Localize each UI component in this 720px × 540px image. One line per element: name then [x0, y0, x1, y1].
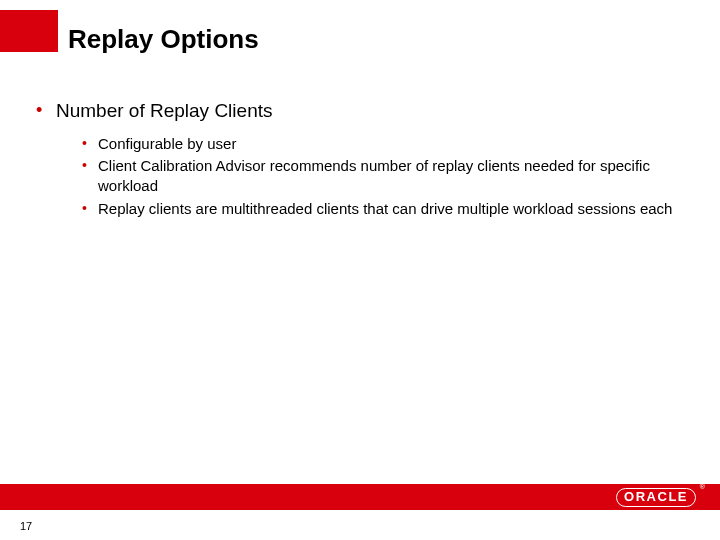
list-item-text: Client Calibration Advisor recommends nu… — [98, 157, 650, 194]
slide-title: Replay Options — [68, 24, 259, 55]
bullet-list-level2: Configurable by user Client Calibration … — [82, 134, 680, 219]
list-item-text: Configurable by user — [98, 135, 236, 152]
accent-block — [0, 10, 58, 52]
footer-bar: ORACLE ® — [0, 484, 720, 510]
list-item: Client Calibration Advisor recommends nu… — [82, 156, 680, 196]
list-item-text: Replay clients are multithreaded clients… — [98, 200, 672, 217]
list-item: Configurable by user — [82, 134, 680, 154]
registered-mark-icon: ® — [700, 483, 705, 490]
brand-logo: ORACLE ® — [616, 487, 696, 507]
slide: Replay Options Number of Replay Clients … — [0, 0, 720, 540]
page-number: 17 — [20, 520, 32, 532]
slide-content: Number of Replay Clients Configurable by… — [36, 98, 680, 225]
bullet-list-level1: Number of Replay Clients Configurable by… — [36, 98, 680, 219]
list-item-text: Number of Replay Clients — [56, 100, 272, 121]
list-item: Replay clients are multithreaded clients… — [82, 199, 680, 219]
list-item: Number of Replay Clients Configurable by… — [36, 98, 680, 219]
brand-logo-text: ORACLE — [616, 488, 696, 507]
